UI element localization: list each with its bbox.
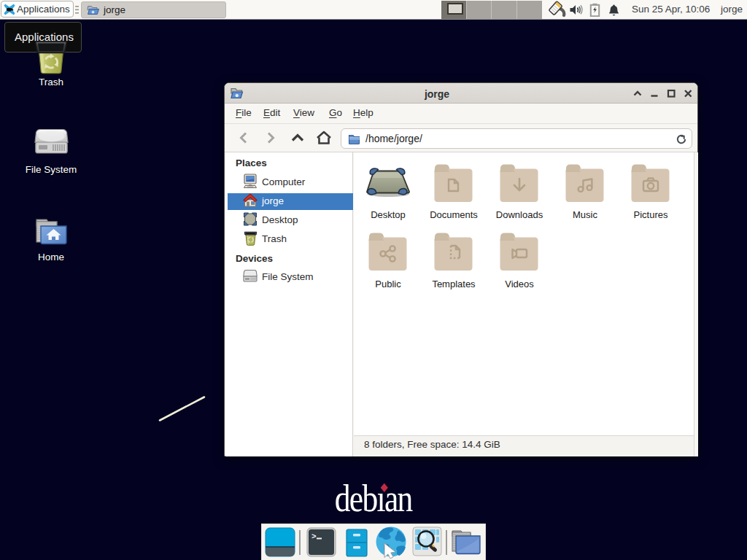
- svg-text:>: >: [311, 532, 317, 541]
